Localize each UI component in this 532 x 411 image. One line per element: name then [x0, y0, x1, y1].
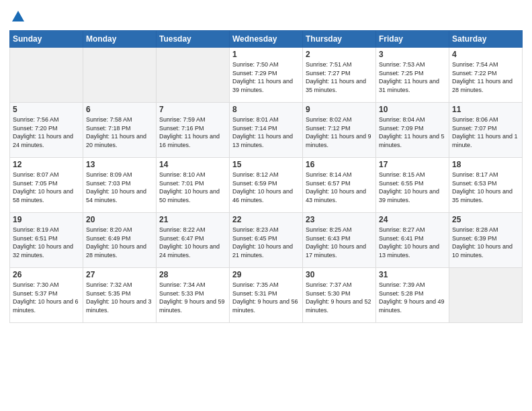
day-info: Sunrise: 7:30 AM Sunset: 5:37 PM Dayligh… — [13, 281, 80, 314]
calendar-cell: 15Sunrise: 8:12 AM Sunset: 6:59 PM Dayli… — [230, 158, 303, 213]
day-info: Sunrise: 7:39 AM Sunset: 5:28 PM Dayligh… — [379, 281, 446, 314]
day-number: 2 — [306, 50, 373, 59]
calendar-cell: 16Sunrise: 8:14 AM Sunset: 6:57 PM Dayli… — [303, 158, 376, 213]
day-number: 22 — [232, 215, 300, 224]
calendar-cell: 1Sunrise: 7:50 AM Sunset: 7:29 PM Daylig… — [230, 48, 303, 103]
day-number: 8 — [232, 105, 300, 114]
calendar-cell — [449, 268, 523, 323]
calendar-cell: 8Sunrise: 8:01 AM Sunset: 7:14 PM Daylig… — [230, 103, 303, 158]
day-number: 10 — [379, 105, 446, 114]
day-info: Sunrise: 8:07 AM Sunset: 7:05 PM Dayligh… — [13, 171, 80, 204]
calendar-cell: 30Sunrise: 7:37 AM Sunset: 5:30 PM Dayli… — [303, 268, 376, 323]
day-info: Sunrise: 8:01 AM Sunset: 7:14 PM Dayligh… — [232, 116, 300, 149]
calendar-cell: 13Sunrise: 8:09 AM Sunset: 7:03 PM Dayli… — [83, 158, 157, 213]
day-number: 25 — [452, 215, 519, 224]
day-number: 17 — [379, 160, 446, 169]
calendar-week-row: 5Sunrise: 7:56 AM Sunset: 7:20 PM Daylig… — [10, 103, 523, 158]
page-container: SundayMondayTuesdayWednesdayThursdayFrid… — [0, 0, 532, 330]
day-info: Sunrise: 7:35 AM Sunset: 5:31 PM Dayligh… — [232, 281, 300, 314]
day-info: Sunrise: 7:58 AM Sunset: 7:18 PM Dayligh… — [86, 116, 153, 149]
calendar-cell: 29Sunrise: 7:35 AM Sunset: 5:31 PM Dayli… — [230, 268, 303, 323]
day-number: 5 — [13, 105, 80, 114]
weekday-header: Friday — [376, 31, 449, 48]
day-info: Sunrise: 8:19 AM Sunset: 6:51 PM Dayligh… — [13, 226, 80, 259]
day-info: Sunrise: 8:28 AM Sunset: 6:39 PM Dayligh… — [452, 226, 519, 259]
day-info: Sunrise: 7:34 AM Sunset: 5:33 PM Dayligh… — [159, 281, 226, 314]
weekday-header: Monday — [83, 31, 157, 48]
day-info: Sunrise: 8:15 AM Sunset: 6:55 PM Dayligh… — [379, 171, 446, 204]
day-info: Sunrise: 8:12 AM Sunset: 6:59 PM Dayligh… — [232, 171, 300, 204]
calendar-cell: 28Sunrise: 7:34 AM Sunset: 5:33 PM Dayli… — [157, 268, 230, 323]
weekday-header: Wednesday — [230, 31, 303, 48]
weekday-header: Thursday — [303, 31, 376, 48]
day-number: 28 — [159, 270, 226, 279]
calendar-cell: 7Sunrise: 7:59 AM Sunset: 7:16 PM Daylig… — [157, 103, 230, 158]
day-number: 6 — [86, 105, 153, 114]
day-number: 16 — [306, 160, 373, 169]
day-number: 29 — [232, 270, 300, 279]
calendar-cell: 2Sunrise: 7:51 AM Sunset: 7:27 PM Daylig… — [303, 48, 376, 103]
day-info: Sunrise: 7:54 AM Sunset: 7:22 PM Dayligh… — [452, 60, 519, 94]
day-number: 15 — [232, 160, 300, 169]
day-info: Sunrise: 7:51 AM Sunset: 7:27 PM Dayligh… — [306, 60, 373, 94]
day-info: Sunrise: 8:14 AM Sunset: 6:57 PM Dayligh… — [306, 171, 373, 204]
day-number: 3 — [379, 50, 446, 59]
calendar-cell — [157, 48, 230, 103]
day-number: 4 — [452, 50, 519, 59]
svg-marker-0 — [12, 11, 24, 21]
calendar-cell: 23Sunrise: 8:25 AM Sunset: 6:43 PM Dayli… — [303, 213, 376, 268]
calendar-cell: 10Sunrise: 8:04 AM Sunset: 7:09 PM Dayli… — [376, 103, 449, 158]
day-info: Sunrise: 8:09 AM Sunset: 7:03 PM Dayligh… — [86, 171, 153, 204]
day-number: 24 — [379, 215, 446, 224]
day-number: 23 — [306, 215, 373, 224]
calendar-table: SundayMondayTuesdayWednesdayThursdayFrid… — [9, 30, 523, 323]
calendar-cell: 24Sunrise: 8:27 AM Sunset: 6:41 PM Dayli… — [376, 213, 449, 268]
header — [9, 7, 523, 28]
day-info: Sunrise: 7:50 AM Sunset: 7:29 PM Dayligh… — [232, 60, 300, 94]
calendar-week-row: 19Sunrise: 8:19 AM Sunset: 6:51 PM Dayli… — [10, 213, 523, 268]
calendar-cell: 17Sunrise: 8:15 AM Sunset: 6:55 PM Dayli… — [376, 158, 449, 213]
day-info: Sunrise: 8:22 AM Sunset: 6:47 PM Dayligh… — [159, 226, 226, 259]
day-number: 11 — [452, 105, 519, 114]
day-info: Sunrise: 7:37 AM Sunset: 5:30 PM Dayligh… — [306, 281, 373, 314]
calendar-cell: 5Sunrise: 7:56 AM Sunset: 7:20 PM Daylig… — [10, 103, 83, 158]
weekday-header: Saturday — [449, 31, 523, 48]
day-info: Sunrise: 8:04 AM Sunset: 7:09 PM Dayligh… — [379, 116, 446, 149]
day-info: Sunrise: 7:56 AM Sunset: 7:20 PM Dayligh… — [13, 116, 80, 149]
day-info: Sunrise: 8:20 AM Sunset: 6:49 PM Dayligh… — [86, 226, 153, 259]
calendar-cell: 21Sunrise: 8:22 AM Sunset: 6:47 PM Dayli… — [157, 213, 230, 268]
day-info: Sunrise: 8:23 AM Sunset: 6:45 PM Dayligh… — [232, 226, 300, 259]
calendar-cell: 20Sunrise: 8:20 AM Sunset: 6:49 PM Dayli… — [83, 213, 157, 268]
calendar-cell: 25Sunrise: 8:28 AM Sunset: 6:39 PM Dayli… — [449, 213, 523, 268]
calendar-cell: 11Sunrise: 8:06 AM Sunset: 7:07 PM Dayli… — [449, 103, 523, 158]
day-number: 30 — [306, 270, 373, 279]
logo-icon — [11, 9, 26, 24]
day-number: 18 — [452, 160, 519, 169]
calendar-cell: 9Sunrise: 8:02 AM Sunset: 7:12 PM Daylig… — [303, 103, 376, 158]
day-number: 21 — [159, 215, 226, 224]
day-number: 27 — [86, 270, 153, 279]
day-number: 31 — [379, 270, 446, 279]
day-info: Sunrise: 7:32 AM Sunset: 5:35 PM Dayligh… — [86, 281, 153, 314]
calendar-week-row: 26Sunrise: 7:30 AM Sunset: 5:37 PM Dayli… — [10, 268, 523, 323]
day-number: 1 — [232, 50, 300, 59]
calendar-cell: 18Sunrise: 8:17 AM Sunset: 6:53 PM Dayli… — [449, 158, 523, 213]
calendar-cell: 3Sunrise: 7:53 AM Sunset: 7:25 PM Daylig… — [376, 48, 449, 103]
day-number: 26 — [13, 270, 80, 279]
calendar-cell: 27Sunrise: 7:32 AM Sunset: 5:35 PM Dayli… — [83, 268, 157, 323]
calendar-cell: 19Sunrise: 8:19 AM Sunset: 6:51 PM Dayli… — [10, 213, 83, 268]
day-info: Sunrise: 8:17 AM Sunset: 6:53 PM Dayligh… — [452, 171, 519, 204]
logo — [9, 9, 26, 28]
day-number: 12 — [13, 160, 80, 169]
day-info: Sunrise: 8:02 AM Sunset: 7:12 PM Dayligh… — [306, 116, 373, 149]
day-number: 20 — [86, 215, 153, 224]
day-info: Sunrise: 8:27 AM Sunset: 6:41 PM Dayligh… — [379, 226, 446, 259]
day-number: 14 — [159, 160, 226, 169]
day-number: 19 — [13, 215, 80, 224]
day-number: 13 — [86, 160, 153, 169]
day-info: Sunrise: 7:53 AM Sunset: 7:25 PM Dayligh… — [379, 60, 446, 94]
calendar-cell: 14Sunrise: 8:10 AM Sunset: 7:01 PM Dayli… — [157, 158, 230, 213]
day-number: 7 — [159, 105, 226, 114]
weekday-header: Sunday — [10, 31, 83, 48]
logo-text — [9, 9, 26, 28]
